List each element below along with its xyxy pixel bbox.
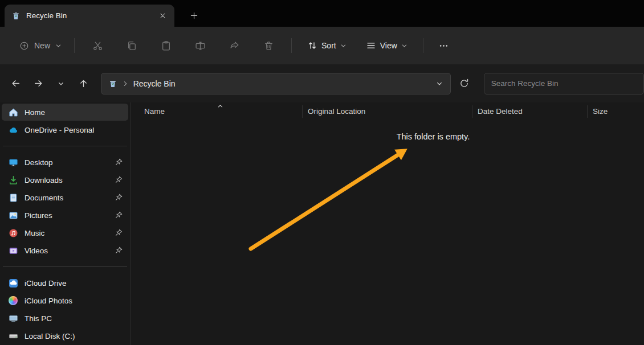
- documents-icon: [8, 192, 18, 203]
- column-header-original-location[interactable]: Original Location: [302, 105, 472, 118]
- sidebar: Home OneDrive - Personal Desktop Downloa…: [0, 102, 131, 345]
- delete-icon: [263, 40, 274, 51]
- view-button-label: View: [380, 41, 397, 50]
- sidebar-item-videos[interactable]: Videos: [2, 242, 128, 259]
- tab-bar: Recycle Bin: [0, 0, 644, 27]
- tab-recycle-bin[interactable]: Recycle Bin: [5, 5, 174, 27]
- address-bar[interactable]: Recycle Bin: [101, 73, 451, 95]
- sidebar-item-home[interactable]: Home: [2, 104, 128, 121]
- pin-icon: [115, 246, 124, 255]
- recent-locations-chevron-icon: [58, 80, 64, 87]
- column-header-size[interactable]: Size: [587, 105, 644, 118]
- file-list-area: Name Original Location Date Deleted Size…: [131, 102, 644, 345]
- close-icon[interactable]: [155, 9, 170, 23]
- sidebar-divider: [3, 266, 127, 267]
- toolbar-divider: [291, 38, 292, 53]
- content-area: Home OneDrive - Personal Desktop Downloa…: [0, 102, 644, 345]
- up-button[interactable]: [74, 73, 94, 94]
- chevron-right-icon: [122, 80, 129, 87]
- copy-button[interactable]: [119, 34, 144, 57]
- address-dropdown-button[interactable]: [431, 75, 448, 92]
- delete-button[interactable]: [256, 34, 281, 57]
- pin-icon: [115, 211, 124, 220]
- forward-icon: [34, 79, 43, 88]
- view-icon: [366, 40, 376, 51]
- sort-button[interactable]: Sort: [301, 35, 353, 56]
- videos-icon: [8, 245, 18, 256]
- sort-ascending-caret-icon: [217, 103, 223, 109]
- refresh-button[interactable]: [454, 73, 475, 94]
- downloads-icon: [8, 175, 18, 185]
- sidebar-item-pictures[interactable]: Pictures: [2, 207, 128, 224]
- pin-icon: [115, 228, 124, 237]
- recycle-bin-icon: [11, 11, 21, 20]
- chevron-down-icon: [436, 80, 443, 87]
- column-headers: Name Original Location Date Deleted Size: [131, 102, 644, 121]
- back-icon: [11, 79, 21, 88]
- see-more-button[interactable]: [431, 34, 456, 57]
- back-button[interactable]: [6, 73, 26, 94]
- view-button[interactable]: View: [360, 35, 414, 56]
- cut-icon: [92, 40, 103, 51]
- copy-icon: [127, 40, 137, 51]
- sidebar-item-music[interactable]: Music: [2, 224, 128, 241]
- column-header-name[interactable]: Name: [131, 105, 302, 118]
- this-pc-icon: [8, 313, 18, 323]
- music-icon: [8, 228, 18, 238]
- rename-icon: [195, 40, 206, 51]
- sidebar-item-onedrive[interactable]: OneDrive - Personal: [2, 121, 128, 138]
- desktop-icon: [8, 157, 18, 167]
- sidebar-item-documents[interactable]: Documents: [2, 189, 128, 206]
- sidebar-item-desktop[interactable]: Desktop: [2, 154, 128, 171]
- new-plus-icon: [19, 41, 29, 51]
- sidebar-divider: [3, 146, 127, 146]
- sort-button-label: Sort: [321, 41, 336, 50]
- pin-icon: [115, 193, 124, 202]
- sidebar-item-downloads[interactable]: Downloads: [2, 171, 128, 188]
- recycle-bin-icon: [108, 79, 117, 88]
- icloud-photos-icon: [8, 295, 18, 306]
- chevron-down-icon: [55, 43, 62, 49]
- sidebar-item-icloud-drive[interactable]: iCloud Drive: [2, 274, 128, 291]
- search-input[interactable]: [484, 73, 643, 94]
- home-icon: [8, 107, 18, 117]
- toolbar-divider: [74, 38, 75, 53]
- icloud-drive-icon: [8, 278, 18, 288]
- more-icon: [438, 40, 449, 51]
- up-icon: [79, 79, 88, 88]
- recent-locations-button[interactable]: [51, 73, 71, 94]
- breadcrumb[interactable]: Recycle Bin: [133, 79, 176, 88]
- chevron-down-icon: [401, 43, 407, 49]
- cut-button[interactable]: [85, 34, 110, 57]
- new-button-label: New: [34, 41, 50, 50]
- pictures-icon: [8, 210, 18, 220]
- new-tab-button[interactable]: [186, 7, 202, 23]
- sidebar-item-icloud-photos[interactable]: iCloud Photos: [2, 292, 128, 309]
- paste-icon: [161, 40, 172, 51]
- chevron-down-icon: [340, 43, 347, 49]
- column-header-date-deleted[interactable]: Date Deleted: [472, 105, 587, 118]
- command-toolbar: New Sort View: [0, 27, 644, 64]
- sidebar-item-local-disk[interactable]: Local Disk (C:): [2, 327, 128, 344]
- local-disk-icon: [8, 331, 18, 341]
- pin-icon: [115, 158, 124, 167]
- toolbar-divider: [423, 38, 423, 53]
- tab-title: Recycle Bin: [26, 11, 149, 20]
- sort-icon: [307, 40, 317, 51]
- share-button[interactable]: [222, 34, 247, 57]
- new-tab-plus-icon: [190, 12, 198, 19]
- navigation-bar: Recycle Bin: [0, 64, 644, 102]
- file-explorer-window: Recycle Bin New: [0, 0, 644, 345]
- search-box: [484, 73, 644, 95]
- sidebar-item-this-pc[interactable]: This PC: [2, 310, 128, 327]
- refresh-icon: [459, 79, 469, 88]
- forward-button[interactable]: [28, 73, 49, 94]
- new-button[interactable]: New: [13, 36, 68, 56]
- pin-icon: [115, 175, 124, 184]
- empty-folder-message: This folder is empty.: [397, 132, 470, 141]
- share-icon: [229, 40, 240, 51]
- rename-button[interactable]: [188, 34, 213, 57]
- onedrive-icon: [8, 125, 18, 135]
- paste-button[interactable]: [153, 34, 178, 57]
